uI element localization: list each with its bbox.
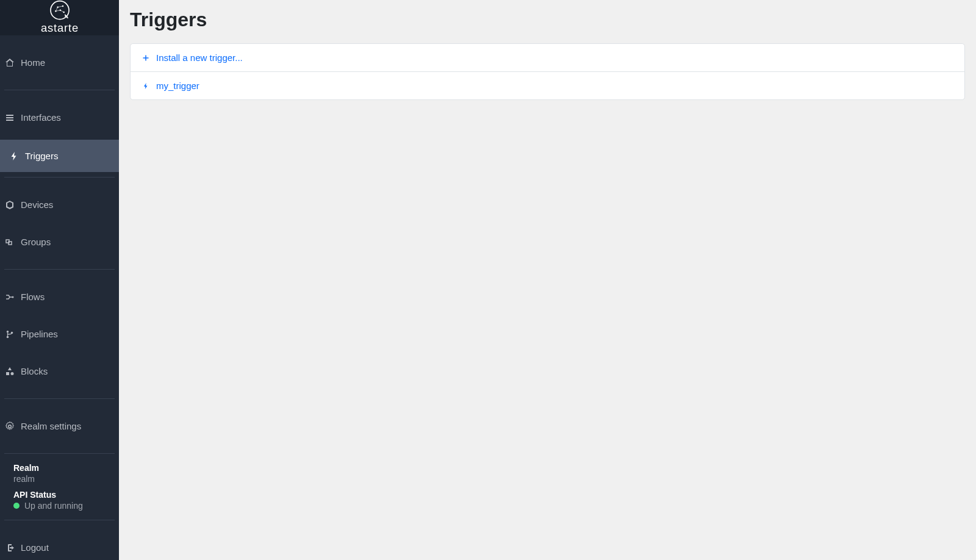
sidebar-item-interfaces[interactable]: Interfaces — [0, 102, 123, 132]
sidebar-item-pipelines[interactable]: Pipelines — [0, 319, 123, 349]
status-block: Realm realm API Status Up and running — [0, 454, 119, 520]
api-status-label: API Status — [13, 490, 106, 500]
triggers-list: Install a new trigger... my_trigger — [130, 43, 965, 100]
home-icon — [5, 58, 15, 68]
gear-icon — [5, 422, 15, 431]
sidebar-item-devices[interactable]: Devices — [0, 190, 123, 220]
realm-label: Realm — [13, 463, 106, 473]
sidebar-item-label: Logout — [21, 542, 49, 553]
svg-rect-20 — [6, 372, 9, 375]
svg-text:astarte: astarte — [41, 21, 79, 34]
plus-icon — [142, 54, 150, 62]
list-icon — [5, 113, 15, 123]
trigger-name: my_trigger — [156, 81, 199, 91]
svg-point-21 — [11, 372, 14, 375]
branch-icon — [5, 329, 15, 339]
install-new-trigger-label: Install a new trigger... — [156, 52, 243, 63]
sidebar-item-label: Realm settings — [21, 421, 81, 431]
svg-point-16 — [12, 296, 14, 298]
install-new-trigger[interactable]: Install a new trigger... — [131, 44, 964, 72]
status-dot-icon — [13, 503, 20, 509]
svg-point-17 — [7, 331, 9, 333]
cube-icon — [5, 200, 15, 210]
sidebar-item-label: Blocks — [21, 366, 48, 376]
astarte-logo-icon: astarte — [29, 0, 90, 35]
sidebar-item-label: Home — [21, 57, 45, 68]
sidebar-item-flows[interactable]: Flows — [0, 282, 123, 312]
group-icon — [5, 237, 15, 247]
sidebar-item-label: Pipelines — [21, 329, 58, 339]
logout-icon — [5, 543, 15, 553]
sidebar-item-label: Triggers — [25, 151, 58, 161]
svg-point-18 — [7, 336, 9, 338]
api-status-value: Up and running — [24, 501, 83, 511]
sidebar-item-label: Flows — [21, 292, 45, 302]
page-title: Triggers — [130, 9, 965, 31]
bolt-icon — [9, 151, 19, 161]
shapes-icon — [5, 367, 15, 376]
sidebar-item-realm-settings[interactable]: Realm settings — [0, 411, 123, 441]
sidebar-item-triggers[interactable]: Triggers — [0, 140, 123, 172]
sidebar-item-label: Groups — [21, 237, 51, 247]
realm-value: realm — [13, 474, 106, 484]
svg-rect-13 — [6, 120, 13, 121]
svg-line-6 — [57, 6, 62, 7]
sidebar-item-blocks[interactable]: Blocks — [0, 356, 123, 386]
sidebar-item-label: Interfaces — [21, 112, 61, 123]
sidebar: astarte Home Interfaces Triggers — [0, 0, 119, 560]
flow-icon — [5, 292, 15, 302]
trigger-item[interactable]: my_trigger — [131, 72, 964, 99]
svg-line-8 — [56, 10, 60, 12]
svg-line-9 — [60, 10, 63, 12]
svg-line-7 — [56, 7, 57, 12]
svg-rect-11 — [6, 115, 13, 116]
main-content: Triggers Install a new trigger... my_tri… — [119, 0, 976, 560]
sidebar-item-label: Devices — [21, 199, 53, 210]
sidebar-item-home[interactable]: Home — [0, 48, 123, 77]
svg-rect-12 — [6, 117, 13, 118]
bolt-icon — [142, 82, 150, 90]
svg-rect-15 — [9, 242, 12, 245]
api-status-indicator: Up and running — [13, 501, 106, 511]
logo[interactable]: astarte — [0, 0, 119, 35]
sidebar-item-groups[interactable]: Groups — [0, 227, 123, 257]
sidebar-item-logout[interactable]: Logout — [0, 533, 123, 560]
